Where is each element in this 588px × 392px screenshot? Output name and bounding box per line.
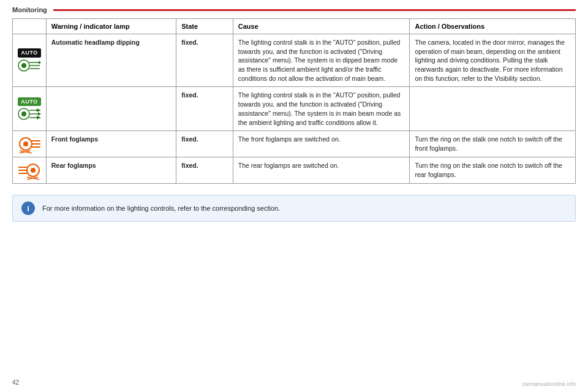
header-line <box>53 9 576 11</box>
action-cell <box>410 87 576 131</box>
table-row: Rear foglampsfixed.The rear foglamps are… <box>13 157 576 184</box>
col-warning: Warning / indicator lamp <box>46 19 176 34</box>
col-state: State <box>176 19 233 34</box>
svg-marker-13 <box>37 116 41 119</box>
cause-cell: The lighting control stalk is in the "AU… <box>233 34 410 87</box>
svg-point-15 <box>23 141 28 146</box>
info-text: For more information on the lighting con… <box>42 205 280 212</box>
state-cell: fixed. <box>176 34 233 87</box>
state-cell: fixed. <box>176 157 233 184</box>
table-row: AUTO Automatic headlamp dippingfixed.The… <box>13 34 576 87</box>
warning-label-cell: Automatic headlamp dipping <box>46 34 176 87</box>
action-cell: Turn the ring on the stalk one notch to … <box>410 131 576 157</box>
table-row: AUTO fixed.The lighting control stalk is… <box>13 87 576 131</box>
icon-cell: AUTO <box>13 34 47 87</box>
svg-marker-9 <box>37 108 41 112</box>
cause-cell: The rear foglamps are switched on. <box>233 157 410 184</box>
page-title: Monitoring <box>12 6 47 13</box>
state-cell: fixed. <box>176 87 233 131</box>
info-icon: i <box>21 202 35 215</box>
svg-point-7 <box>21 111 26 116</box>
page-header: Monitoring <box>12 6 576 13</box>
indicator-table: Warning / indicator lamp State Cause Act… <box>12 18 576 184</box>
action-cell: The camera, located in the door mirror, … <box>410 34 576 87</box>
warning-label-cell: Rear foglamps <box>46 157 176 184</box>
cause-cell: The lighting control stalk is in the "AU… <box>233 87 410 131</box>
warning-label-cell <box>46 87 176 131</box>
svg-marker-5 <box>39 61 41 64</box>
warning-label-cell: Front foglamps <box>46 131 176 157</box>
cause-cell: The front foglamps are switched on. <box>233 131 410 157</box>
svg-point-1 <box>21 63 26 68</box>
state-cell: fixed. <box>176 131 233 157</box>
col-action: Action / Observations <box>410 19 576 34</box>
page-number: 42 <box>12 379 19 386</box>
svg-marker-11 <box>38 112 41 116</box>
action-cell: Turn the ring on the stalk one notch to … <box>410 157 576 184</box>
col-icon <box>13 19 47 34</box>
icon-cell: AUTO <box>13 87 47 131</box>
info-box: i For more information on the lighting c… <box>12 195 576 222</box>
icon-cell <box>13 157 47 184</box>
svg-point-22 <box>31 168 36 173</box>
table-row: Front foglampsfixed.The front foglamps a… <box>13 131 576 157</box>
icon-cell <box>13 131 47 157</box>
col-cause: Cause <box>233 19 410 34</box>
watermark-text: carmanualsonline.info <box>522 381 576 387</box>
